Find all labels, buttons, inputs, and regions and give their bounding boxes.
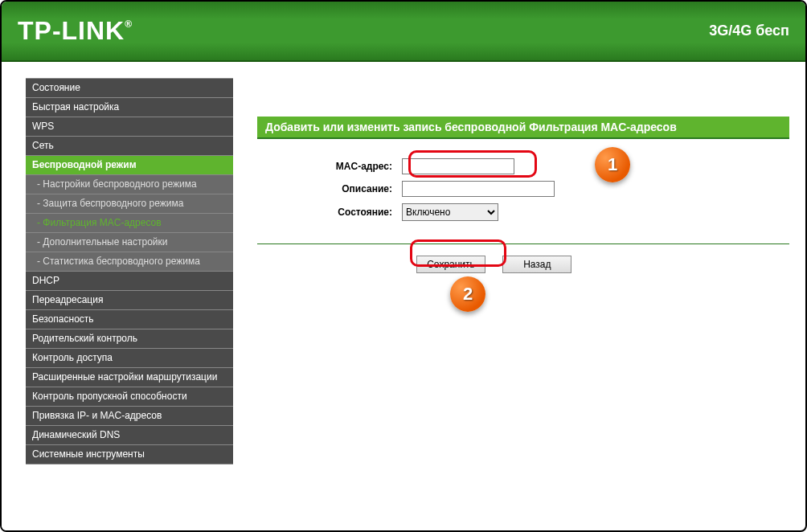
annotation-badge-2: 2 [450,276,485,312]
button-row: Сохранить Назад 2 [257,244,789,273]
form-area: MAC-адрес: Описание: Состояние: Включено… [257,139,789,243]
label-desc: Описание: [257,183,402,194]
sidebar-item-security[interactable]: Безопасность [26,310,233,329]
logo: TP-LINK® [18,16,133,46]
annotation-badge-1: 1 [595,147,630,182]
header-model-text: 3G/4G бесп [709,23,789,39]
mac-input[interactable] [402,158,514,174]
sidebar-item-dhcp[interactable]: DHCP [26,272,233,291]
sidebar-item-network[interactable]: Сеть [26,137,233,156]
sidebar-item-bandwidth[interactable]: Контроль пропускной способности [26,387,233,407]
sidebar-menu: Состояние Быстрая настройка WPS Сеть Бес… [26,78,233,464]
sidebar-item-wireless-stats[interactable]: - Статистика беспроводного режима [26,252,233,272]
row-desc: Описание: [257,181,789,197]
sidebar-item-wireless-settings[interactable]: - Настройки беспроводного режима [26,175,233,194]
sidebar-item-mac-filter[interactable]: - Фильтрация MAC-адресов [26,214,233,233]
header: TP-LINK® 3G/4G бесп [2,2,805,62]
label-state: Состояние: [257,207,402,218]
state-select[interactable]: Включено [402,203,498,221]
content: Добавить или изменить запись беспроводно… [233,62,805,530]
sidebar-item-quick-setup[interactable]: Быстрая настройка [26,98,233,117]
label-mac: MAC-адрес: [257,161,402,172]
sidebar-item-wireless[interactable]: Беспроводной режим [26,156,233,175]
sidebar-item-system-tools[interactable]: Системные инструменты [26,445,233,464]
sidebar-item-wireless-security[interactable]: - Защита беспроводного режима [26,194,233,214]
sidebar-item-ip-mac-binding[interactable]: Привязка IP- и MAC-адресов [26,407,233,426]
back-button[interactable]: Назад [502,256,571,273]
page-title: Добавить или изменить запись беспроводно… [257,117,789,137]
sidebar-item-wps[interactable]: WPS [26,117,233,137]
sidebar-item-access-control[interactable]: Контроль доступа [26,349,233,368]
desc-input[interactable] [402,181,555,197]
sidebar-item-routing[interactable]: Расширенные настройки маршрутизации [26,368,233,387]
sidebar-item-forwarding[interactable]: Переадресация [26,291,233,310]
sidebar: Состояние Быстрая настройка WPS Сеть Бес… [2,62,233,530]
row-state: Состояние: Включено [257,203,789,221]
row-mac: MAC-адрес: [257,158,789,174]
save-button[interactable]: Сохранить [416,256,485,273]
app-frame: TP-LINK® 3G/4G бесп Состояние Быстрая на… [0,0,807,532]
sidebar-item-status[interactable]: Состояние [26,79,233,98]
sidebar-item-wireless-advanced[interactable]: - Дополнительные настройки [26,233,233,252]
sidebar-item-ddns[interactable]: Динамический DNS [26,426,233,445]
body: Состояние Быстрая настройка WPS Сеть Бес… [2,62,805,530]
sidebar-item-parental[interactable]: Родительский контроль [26,329,233,349]
